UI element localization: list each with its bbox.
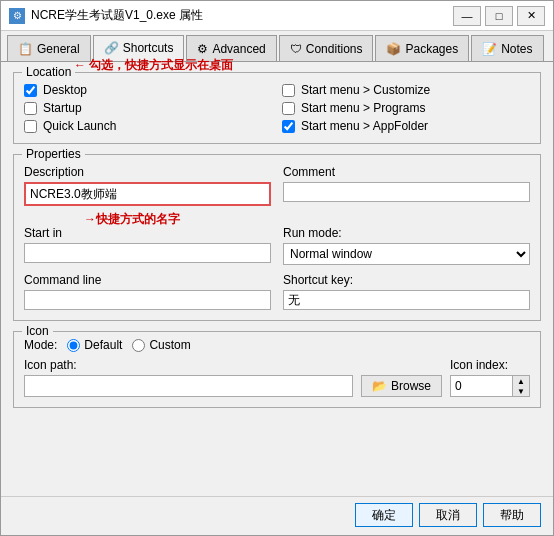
tab-general[interactable]: 📋 General (7, 35, 91, 61)
startin-field-group: Start in (24, 226, 271, 265)
startup-checkbox[interactable] (24, 102, 37, 115)
custom-radio[interactable] (132, 339, 145, 352)
cancel-button[interactable]: 取消 (419, 503, 477, 527)
default-radio-label: Default (84, 338, 122, 352)
help-button[interactable]: 帮助 (483, 503, 541, 527)
tab-content: Location ← 勾选，快捷方式显示在桌面 Desktop Start me… (1, 62, 553, 496)
cmdline-field-group: Command line (24, 273, 271, 310)
spin-up-button[interactable]: ▲ (513, 376, 529, 386)
minimize-button[interactable]: — (453, 6, 481, 26)
desc-input-wrap: →快捷方式的名字 (24, 182, 271, 206)
window-title: NCRE学生考试题V1_0.exe 属性 (31, 7, 203, 24)
cmdline-input[interactable] (24, 290, 271, 310)
desktop-checkbox[interactable] (24, 84, 37, 97)
tab-shortcuts-label: Shortcuts (123, 41, 174, 55)
cb-startup: Startup (24, 101, 272, 115)
iconpath-label: Icon path: (24, 358, 353, 372)
main-window: ⚙ NCRE学生考试题V1_0.exe 属性 — □ ✕ 📋 General 🔗… (0, 0, 554, 536)
location-label: Location (22, 65, 75, 79)
icon-group: Icon Mode: Default Custom Icon path: (13, 331, 541, 408)
tab-notes-label: Notes (501, 42, 532, 56)
runmode-select[interactable]: Normal window Minimized Maximized (283, 243, 530, 265)
iconpath-field-group: Icon path: (24, 358, 353, 397)
shortcuts-icon: 🔗 (104, 41, 119, 55)
cb-appfolder: Start menu > AppFolder (282, 119, 530, 133)
conditions-icon: 🛡 (290, 42, 302, 56)
tab-notes[interactable]: 📝 Notes (471, 35, 543, 61)
notes-icon: 📝 (482, 42, 497, 56)
tab-packages-label: Packages (405, 42, 458, 56)
advanced-icon: ⚙ (197, 42, 208, 56)
packages-icon: 📦 (386, 42, 401, 56)
confirm-button[interactable]: 确定 (355, 503, 413, 527)
desc-comment-row: Description →快捷方式的名字 Comment (24, 165, 530, 206)
startmenu-customize-label: Start menu > Customize (301, 83, 430, 97)
cb-quicklaunch: Quick Launch (24, 119, 272, 133)
radio-custom: Custom (132, 338, 190, 352)
icon-path-row: Icon path: 📂 Browse Icon index: ▲ ▼ (24, 358, 530, 397)
appfolder-checkbox[interactable] (282, 120, 295, 133)
runmode-label: Run mode: (283, 226, 530, 240)
browse-button[interactable]: 📂 Browse (361, 375, 442, 397)
general-icon: 📋 (18, 42, 33, 56)
close-button[interactable]: ✕ (517, 6, 545, 26)
startmenu-customize-checkbox[interactable] (282, 84, 295, 97)
browse-icon: 📂 (372, 379, 387, 393)
comment-label: Comment (283, 165, 530, 179)
iconpath-input[interactable] (24, 375, 353, 397)
tab-packages[interactable]: 📦 Packages (375, 35, 469, 61)
window-icon: ⚙ (9, 8, 25, 24)
footer: 确定 取消 帮助 (1, 496, 553, 535)
startup-label: Startup (43, 101, 82, 115)
iconindex-label: Icon index: (450, 358, 530, 372)
spin-down-button[interactable]: ▼ (513, 386, 529, 396)
spin-buttons: ▲ ▼ (512, 376, 529, 396)
desc-highlight-box (24, 182, 271, 206)
appfolder-label: Start menu > AppFolder (301, 119, 428, 133)
location-group: Location ← 勾选，快捷方式显示在桌面 Desktop Start me… (13, 72, 541, 144)
default-radio[interactable] (67, 339, 80, 352)
radio-default: Default (67, 338, 122, 352)
browse-label: Browse (391, 379, 431, 393)
desktop-label: Desktop (43, 83, 87, 97)
shortcut-label: Shortcut key: (283, 273, 530, 287)
tab-advanced-label: Advanced (212, 42, 265, 56)
icon-mode-row: Mode: Default Custom (24, 338, 530, 352)
title-bar-left: ⚙ NCRE学生考试题V1_0.exe 属性 (9, 7, 203, 24)
tab-shortcuts[interactable]: 🔗 Shortcuts (93, 35, 185, 61)
properties-group: Properties Description →快捷方式的名字 (13, 154, 541, 321)
startin-label: Start in (24, 226, 271, 240)
title-bar: ⚙ NCRE学生考试题V1_0.exe 属性 — □ ✕ (1, 1, 553, 31)
tab-conditions[interactable]: 🛡 Conditions (279, 35, 374, 61)
tab-bar: 📋 General 🔗 Shortcuts ⚙ Advanced 🛡 Condi… (1, 31, 553, 62)
runmode-field-group: Run mode: Normal window Minimized Maximi… (283, 226, 530, 265)
description-label: Description (24, 165, 271, 179)
startin-runmode-row: Start in Run mode: Normal window Minimiz… (24, 226, 530, 265)
location-checkboxes: Desktop Start menu > Customize Startup S… (24, 83, 530, 133)
icon-index-spinner: ▲ ▼ (450, 375, 530, 397)
tab-conditions-label: Conditions (306, 42, 363, 56)
description-input[interactable] (26, 184, 269, 204)
tab-advanced[interactable]: ⚙ Advanced (186, 35, 276, 61)
programs-label: Start menu > Programs (301, 101, 425, 115)
cb-startmenu-customize: Start menu > Customize (282, 83, 530, 97)
description-field-group: Description →快捷方式的名字 (24, 165, 271, 206)
maximize-button[interactable]: □ (485, 6, 513, 26)
shortcut-field-group: Shortcut key: (283, 273, 530, 310)
iconindex-input[interactable] (451, 376, 512, 396)
icon-index-group: Icon index: ▲ ▼ (450, 358, 530, 397)
startin-input[interactable] (24, 243, 271, 263)
cb-desktop: Desktop (24, 83, 272, 97)
shortcut-input[interactable] (283, 290, 530, 310)
comment-input[interactable] (283, 182, 530, 202)
icon-mode-label: Mode: (24, 338, 57, 352)
cb-programs: Start menu > Programs (282, 101, 530, 115)
cmdline-label: Command line (24, 273, 271, 287)
programs-checkbox[interactable] (282, 102, 295, 115)
properties-label: Properties (22, 147, 85, 161)
comment-field-group: Comment (283, 165, 530, 206)
cmdline-shortcut-row: Command line Shortcut key: (24, 273, 530, 310)
quicklaunch-checkbox[interactable] (24, 120, 37, 133)
quicklaunch-label: Quick Launch (43, 119, 116, 133)
tab-general-label: General (37, 42, 80, 56)
